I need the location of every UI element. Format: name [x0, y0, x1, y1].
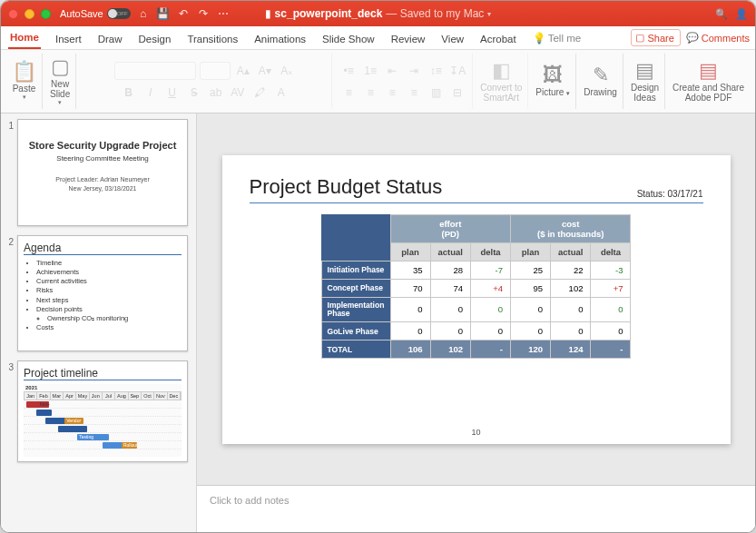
close-icon[interactable] [8, 9, 18, 19]
numbering-icon[interactable]: 1≡ [361, 62, 379, 80]
adobe-group[interactable]: ▤ Create and Share Adobe PDF [667, 54, 750, 109]
align-text-icon[interactable]: ⊟ [448, 84, 466, 102]
cost-header: cost ($ in thousands) [511, 214, 631, 242]
workspace: 1 Store Security Upgrade Project Steerin… [1, 114, 755, 532]
maximize-icon[interactable] [41, 9, 51, 19]
table-row: Implementation Phase 000 000 [321, 297, 631, 322]
tab-draw[interactable]: Draw [96, 29, 124, 49]
indent-inc-icon[interactable]: ⇥ [405, 62, 423, 80]
font-group: A▴ A▾ Aₓ B I U S̶ ab AV 🖍 A [78, 54, 332, 109]
effort-header: effort (PD) [390, 214, 510, 242]
editor-area: Project Budget Status Status: 03/17/21 e… [197, 114, 755, 532]
gantt-chart: 2021 JanFebMarAprMayJunJulAugSepOctNovDe… [24, 384, 182, 457]
paste-group[interactable]: 📋 Paste ▾ [6, 54, 43, 109]
share-button[interactable]: ▢ Share [631, 29, 680, 46]
line-spacing-icon[interactable]: ↕≡ [427, 62, 445, 80]
document-title: ▮ sc_powerpoint_deck — Saved to my Mac ▾ [265, 7, 492, 20]
tab-animations[interactable]: Animations [252, 29, 308, 49]
slide2-title: Agenda [24, 242, 182, 255]
thumb-slide-3[interactable]: Project timeline 2021 JanFebMarAprMayJun… [17, 360, 188, 462]
text-direction-icon[interactable]: ↧A [448, 62, 466, 80]
search-icon[interactable]: 🔍 [715, 8, 728, 20]
thumb-slide-2[interactable]: Agenda Timeline Achievements Current act… [17, 235, 188, 351]
spacing-icon[interactable]: AV [229, 84, 247, 102]
pdf-icon: ▤ [699, 61, 718, 81]
align-right-icon[interactable]: ≡ [383, 84, 401, 102]
chevron-down-icon[interactable]: ▾ [58, 99, 62, 106]
thumb-number: 2 [5, 235, 14, 351]
table-row: GoLive Phase 000 000 [321, 322, 631, 341]
highlight-icon[interactable]: 🖍 [250, 84, 269, 102]
autosave-label: AutoSave [60, 8, 103, 19]
font-name-input[interactable] [114, 62, 196, 80]
table-row: Initiation Phase 3528-7 2522-3 [321, 261, 631, 279]
account-icon[interactable]: 👤 [735, 8, 748, 20]
chevron-down-icon[interactable]: ▾ [487, 10, 491, 18]
columns-icon[interactable]: ▥ [427, 84, 445, 102]
page-number: 10 [471, 428, 480, 437]
slide-canvas[interactable]: Project Budget Status Status: 03/17/21 e… [197, 114, 755, 485]
shadow-icon[interactable]: ab [207, 84, 225, 102]
bullets-icon[interactable]: •≡ [339, 62, 358, 80]
undo-icon[interactable]: ↶ [176, 6, 191, 21]
slide1-loc: New Jersey, 03/18/2021 [24, 184, 182, 193]
font-color-icon[interactable]: A [272, 84, 290, 102]
tab-design[interactable]: Design [137, 29, 173, 49]
ribbon: 📋 Paste ▾ ▢ New Slide ▾ A▴ A▾ Aₓ B I U S… [1, 50, 755, 114]
table-row: Concept Phase 7074+4 95102+7 [321, 279, 631, 297]
filename: sc_powerpoint_deck [275, 7, 383, 20]
redo-icon[interactable]: ↷ [196, 6, 211, 21]
autosave-toggle[interactable]: AutoSave OFF [60, 8, 131, 19]
tab-acrobat[interactable]: Acrobat [478, 29, 518, 49]
align-center-icon[interactable]: ≡ [361, 84, 379, 102]
agenda-list: Timeline Achievements Current activities… [24, 259, 182, 332]
slide3-title: Project timeline [24, 367, 182, 380]
design-ideas-group[interactable]: ▤ Design Ideas [625, 54, 665, 109]
tab-home[interactable]: Home [8, 27, 41, 49]
smartart-icon: ◧ [492, 61, 511, 81]
slide-title-text: Project Budget Status [250, 175, 443, 199]
chevron-down-icon[interactable]: ▾ [566, 90, 570, 96]
slide-thumbnails[interactable]: 1 Store Security Upgrade Project Steerin… [1, 114, 197, 532]
total-row: TOTAL 106102- 120124- [321, 341, 631, 359]
save-status: — Saved to my Mac [386, 7, 484, 20]
tab-review[interactable]: Review [389, 29, 427, 49]
tab-tellme[interactable]: 💡 Tell me [531, 27, 583, 49]
newslide-group[interactable]: ▢ New Slide ▾ [44, 54, 76, 109]
slide1-leader: Project Leader: Adrian Neumeyer [24, 175, 182, 184]
save-icon[interactable]: 💾 [156, 6, 171, 21]
smartart-group[interactable]: ◧ Convert to SmartArt [475, 54, 528, 109]
design-ideas-icon: ▤ [635, 61, 654, 81]
justify-icon[interactable]: ≡ [405, 84, 423, 102]
align-left-icon[interactable]: ≡ [339, 84, 358, 102]
strike-icon[interactable]: S̶ [185, 84, 203, 102]
current-slide[interactable]: Project Budget Status Status: 03/17/21 e… [222, 155, 731, 444]
notes-pane[interactable]: Click to add notes [197, 485, 755, 532]
window-controls [8, 9, 51, 19]
bold-icon[interactable]: B [120, 84, 138, 102]
italic-icon[interactable]: I [142, 84, 160, 102]
toggle-switch[interactable]: OFF [107, 8, 131, 19]
drawing-group[interactable]: ✎ Drawing [578, 54, 623, 109]
tab-transitions[interactable]: Transitions [185, 29, 240, 49]
more-icon[interactable]: ⋯ [216, 6, 231, 21]
comments-button[interactable]: 💬 Comments [686, 29, 750, 46]
app-window: AutoSave OFF ⌂ 💾 ↶ ↷ ⋯ ▮ sc_powerpoint_d… [0, 0, 756, 533]
clear-format-icon[interactable]: Aₓ [278, 62, 296, 80]
paragraph-group: •≡ 1≡ ⇤ ⇥ ↕≡ ↧A ≡ ≡ ≡ ≡ ▥ ⊟ [334, 54, 473, 109]
tab-insert[interactable]: Insert [54, 29, 83, 49]
tab-view[interactable]: View [439, 29, 466, 49]
minimize-icon[interactable] [25, 9, 34, 19]
thumb-slide-1[interactable]: Store Security Upgrade Project Steering … [17, 119, 188, 226]
indent-dec-icon[interactable]: ⇤ [383, 62, 401, 80]
picture-group[interactable]: 🖼 Picture ▾ [530, 54, 576, 109]
decrease-font-icon[interactable]: A▾ [256, 62, 274, 80]
thumb-number: 1 [5, 119, 14, 226]
picture-icon: 🖼 [543, 65, 563, 85]
tab-slideshow[interactable]: Slide Show [320, 29, 377, 49]
home-icon[interactable]: ⌂ [136, 6, 151, 21]
font-size-input[interactable] [200, 62, 231, 80]
chevron-down-icon[interactable]: ▾ [23, 94, 26, 101]
underline-icon[interactable]: U [163, 84, 182, 102]
increase-font-icon[interactable]: A▴ [234, 62, 252, 80]
